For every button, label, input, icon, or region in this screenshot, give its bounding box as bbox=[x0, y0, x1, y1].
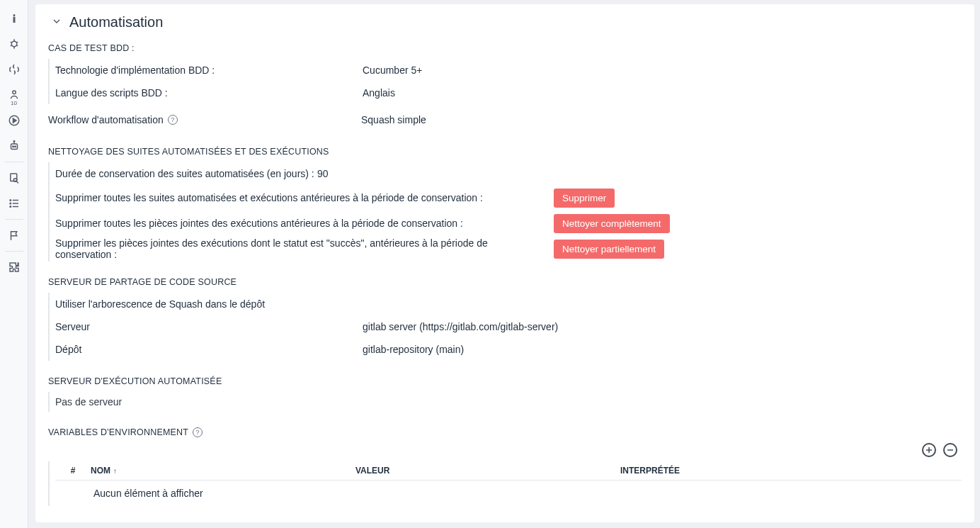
svg-point-23 bbox=[10, 206, 11, 208]
chevron-down-icon bbox=[51, 16, 62, 29]
col-name[interactable]: NOM ↑ bbox=[91, 466, 353, 476]
retention-value[interactable]: 90 bbox=[317, 168, 329, 179]
svg-point-13 bbox=[14, 146, 16, 147]
info-icon[interactable] bbox=[0, 6, 28, 31]
svg-point-19 bbox=[10, 200, 11, 201]
sidebar-separator bbox=[5, 162, 23, 162]
delete-attach-label: Supprimer toutes les pièces jointes des … bbox=[55, 218, 554, 229]
repo-label: Dépôt bbox=[55, 344, 363, 355]
robot-icon[interactable] bbox=[0, 133, 28, 159]
search-doc-icon[interactable] bbox=[0, 165, 28, 191]
list-icon[interactable] bbox=[0, 191, 28, 216]
workflow-label: Workflow d'automatisation ? bbox=[48, 114, 361, 125]
add-env-button[interactable] bbox=[922, 443, 936, 457]
svg-point-2 bbox=[11, 41, 17, 47]
server-label: Serveur bbox=[55, 321, 363, 332]
delete-success-label: Supprimer les pièces jointes des exécuti… bbox=[55, 237, 554, 260]
delete-suites-label: Supprimer toutes les suites automatisées… bbox=[55, 192, 554, 203]
svg-rect-1 bbox=[13, 18, 15, 23]
svg-line-18 bbox=[16, 181, 18, 184]
help-icon[interactable]: ? bbox=[193, 427, 203, 437]
section-bdd-title: CAS DE TEST BDD : bbox=[48, 43, 962, 53]
col-num[interactable]: # bbox=[58, 466, 88, 476]
clean-all-button[interactable]: Nettoyer complètement bbox=[554, 214, 670, 233]
check-icon: ✓ bbox=[368, 307, 375, 317]
env-table-header: # NOM ↑ VALEUR INTERPRÉTÉE bbox=[55, 461, 962, 481]
bdd-lang-label: Langue des scripts BDD : bbox=[55, 87, 363, 99]
retention-label: Durée de conservation des suites automat… bbox=[55, 168, 317, 179]
flag-icon[interactable] bbox=[0, 223, 28, 248]
bug-icon[interactable] bbox=[0, 31, 28, 57]
section-env-title: VARIABLES D'ENVIRONNEMENT ? bbox=[48, 427, 962, 437]
use-tree-label: Utiliser l'arborescence de Squash dans l… bbox=[55, 298, 363, 310]
svg-point-21 bbox=[10, 203, 11, 204]
section-cleanup-title: NETTOYAGE DES SUITES AUTOMATISÉES ET DES… bbox=[48, 147, 962, 157]
user-icon[interactable]: 10 bbox=[0, 82, 28, 108]
workflow-value[interactable]: Squash simple bbox=[361, 114, 426, 125]
user-badge: 10 bbox=[11, 101, 17, 106]
link-icon[interactable] bbox=[0, 57, 28, 82]
col-interp[interactable]: INTERPRÉTÉE bbox=[620, 466, 959, 476]
sort-asc-icon: ↑ bbox=[113, 467, 117, 475]
section-scm-title: SERVEUR DE PARTAGE DE CODE SOURCE bbox=[48, 277, 962, 287]
play-icon[interactable] bbox=[0, 108, 28, 133]
remove-env-button[interactable] bbox=[943, 443, 957, 457]
bdd-tech-value[interactable]: Cucumber 5+ bbox=[363, 64, 422, 76]
env-table-empty: Aucun élément à afficher bbox=[55, 481, 962, 506]
sidebar: 10 bbox=[0, 0, 28, 528]
col-value[interactable]: VALEUR bbox=[355, 466, 617, 476]
svg-point-12 bbox=[12, 146, 13, 147]
bdd-lang-value[interactable]: Anglais bbox=[363, 87, 395, 99]
extension-icon[interactable] bbox=[0, 254, 28, 280]
clean-partial-button[interactable]: Nettoyer partiellement bbox=[554, 240, 664, 259]
svg-point-9 bbox=[12, 91, 16, 94]
delete-suites-button[interactable]: Supprimer bbox=[554, 189, 615, 208]
no-server-text: Pas de serveur bbox=[48, 392, 962, 412]
sidebar-separator bbox=[5, 219, 23, 220]
svg-point-15 bbox=[13, 141, 15, 142]
repo-value[interactable]: gitlab-repository (main) bbox=[363, 344, 464, 355]
section-exec-title: SERVEUR D'EXÉCUTION AUTOMATISÉE bbox=[48, 376, 962, 386]
help-icon[interactable]: ? bbox=[168, 115, 178, 125]
svg-point-0 bbox=[13, 15, 15, 16]
automation-panel: Automatisation CAS DE TEST BDD : Technol… bbox=[35, 4, 974, 522]
bdd-tech-label: Technologie d'implémentation BDD : bbox=[55, 64, 363, 76]
panel-header[interactable]: Automatisation bbox=[48, 14, 962, 30]
panel-title: Automatisation bbox=[69, 14, 163, 30]
server-value[interactable]: gitlab server (https://gitlab.com/gitlab… bbox=[363, 321, 558, 332]
sidebar-separator bbox=[5, 251, 23, 252]
